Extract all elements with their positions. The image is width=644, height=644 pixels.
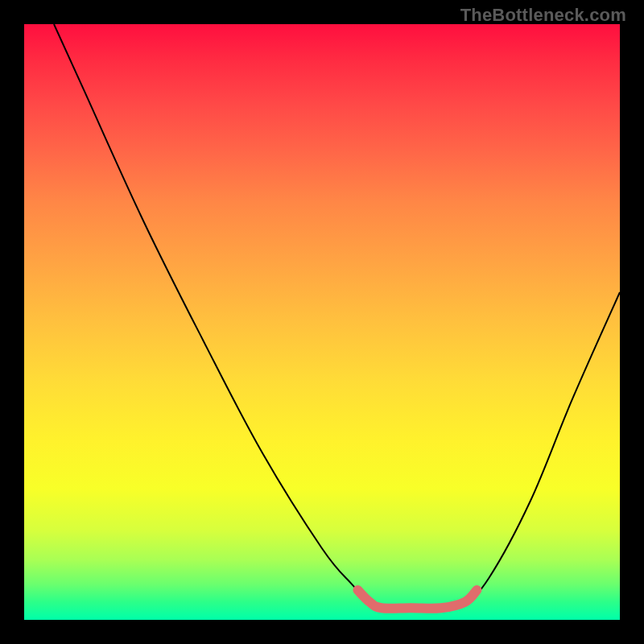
watermark-text: TheBottleneck.com [460, 5, 626, 26]
plot-area [24, 24, 620, 620]
bottleneck-curve-highlight-path [357, 590, 477, 609]
chart-svg [24, 24, 620, 620]
chart-frame: TheBottleneck.com [0, 0, 644, 644]
bottleneck-curve-thin-path [54, 24, 620, 609]
